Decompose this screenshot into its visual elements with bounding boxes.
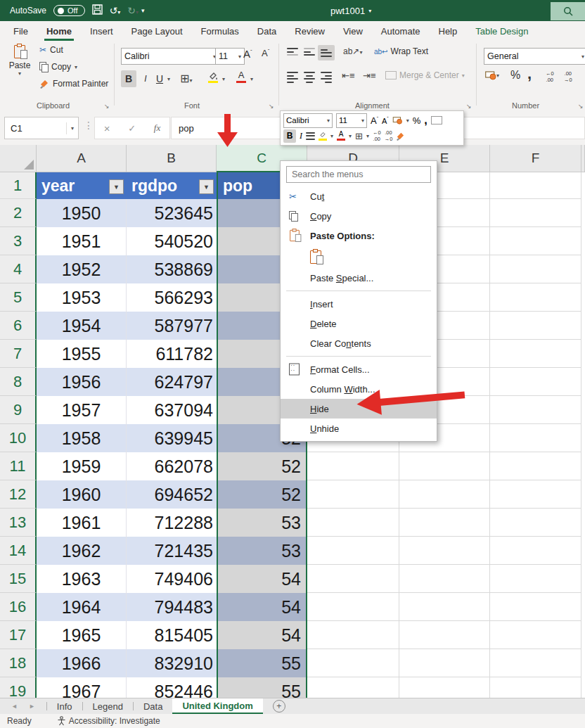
bold-button[interactable]: B xyxy=(121,70,136,87)
cell-empty-e[interactable] xyxy=(399,649,490,677)
cell-empty-f[interactable] xyxy=(490,255,581,283)
mini-shrink-font-button[interactable]: Aˇ xyxy=(382,116,389,125)
cell-rgdpo[interactable]: 749406 xyxy=(127,565,217,593)
cell-rgdpo[interactable]: 712288 xyxy=(127,509,217,537)
mini-merge-center-icon[interactable] xyxy=(431,116,442,124)
cell-year[interactable]: 1958 xyxy=(37,424,127,452)
sheet-tab-info[interactable]: Info xyxy=(47,698,82,714)
font-dialog-launcher-icon[interactable]: ↘ xyxy=(269,103,274,110)
middle-align-icon[interactable] xyxy=(304,48,315,56)
sheet-tab-united-kingdom[interactable]: United Kingdom xyxy=(172,698,262,714)
bottom-align-button[interactable] xyxy=(318,45,335,60)
tab-help[interactable]: Help xyxy=(430,21,467,41)
cell-pop[interactable]: 54 xyxy=(217,565,307,593)
cell-empty-f[interactable] xyxy=(490,227,581,255)
menu-item-hide[interactable]: Hide xyxy=(281,399,437,419)
paste-button[interactable]: Paste ▾ xyxy=(6,44,34,77)
row-number[interactable]: 10 xyxy=(0,424,37,452)
menu-search-box[interactable] xyxy=(286,166,431,183)
cell-rgdpo[interactable]: 815405 xyxy=(127,621,217,649)
cell-pop[interactable]: 54 xyxy=(217,593,307,621)
menu-item-insert[interactable]: Insert xyxy=(281,294,437,314)
tab-formulas[interactable]: Formulas xyxy=(192,21,248,41)
accessibility-status[interactable]: Accessibility: Investigate xyxy=(57,716,160,726)
wrap-text-button[interactable]: ab↩ Wrap Text xyxy=(374,46,428,56)
new-sheet-button[interactable]: + xyxy=(273,698,285,714)
cell-year[interactable]: 1963 xyxy=(37,565,127,593)
row-number[interactable]: 6 xyxy=(0,312,37,340)
row-number[interactable]: 11 xyxy=(0,452,37,480)
cell-rgdpo[interactable]: 523645 xyxy=(127,199,217,227)
cell-empty-f[interactable] xyxy=(490,424,581,452)
cell-rgdpo[interactable]: 662078 xyxy=(127,452,217,480)
column-header-b[interactable]: B xyxy=(127,145,217,172)
paste-option-keep-source[interactable] xyxy=(281,245,437,268)
row-number[interactable]: 15 xyxy=(0,565,37,593)
undo-icon[interactable]: ↺▾ xyxy=(110,6,121,15)
row-number[interactable]: 13 xyxy=(0,509,37,537)
search-button[interactable] xyxy=(551,2,585,20)
cell-year[interactable]: 1964 xyxy=(37,593,127,621)
cell-year[interactable]: 1961 xyxy=(37,509,127,537)
cell-pop[interactable]: 53 xyxy=(217,537,307,565)
cell-rgdpo[interactable]: 538869 xyxy=(127,255,217,283)
menu-item-delete[interactable]: Delete xyxy=(281,314,437,333)
row-number[interactable]: 8 xyxy=(0,368,37,396)
cell-pop[interactable]: 52 xyxy=(217,452,307,480)
row-number[interactable]: 16 xyxy=(0,593,37,621)
mini-align-icon[interactable] xyxy=(306,132,315,140)
cell-empty-e[interactable] xyxy=(399,593,490,621)
column-header-a[interactable]: A xyxy=(37,145,127,172)
cell-empty-e[interactable] xyxy=(399,452,490,480)
quick-access-customize-icon[interactable]: ▾ xyxy=(141,8,145,14)
italic-button[interactable]: I xyxy=(139,70,152,87)
cell-pop[interactable]: 55 xyxy=(217,677,307,698)
cell-empty-f[interactable] xyxy=(490,283,581,312)
row-number[interactable]: 9 xyxy=(0,396,37,424)
cell-empty-e[interactable] xyxy=(399,537,490,565)
mini-increase-decimal-button[interactable]: ←0.00 xyxy=(373,129,381,142)
row-number[interactable]: 19 xyxy=(0,677,37,698)
autosave-toggle[interactable]: Off xyxy=(53,5,84,16)
cell-empty-f[interactable] xyxy=(490,509,581,537)
mini-font-size-select[interactable]: 11▾ xyxy=(336,113,367,128)
menu-item-clear-contents[interactable]: Clear Contents xyxy=(281,333,437,353)
cell-year[interactable]: 1951 xyxy=(37,227,127,255)
enter-icon[interactable]: ✓ xyxy=(128,123,136,134)
cell-rgdpo[interactable]: 721435 xyxy=(127,537,217,565)
cell-year[interactable]: 1954 xyxy=(37,312,127,340)
row-number[interactable]: 3 xyxy=(0,227,37,255)
font-family-select[interactable]: Calibri▾ xyxy=(121,48,219,65)
cell-empty-f[interactable] xyxy=(490,480,581,509)
cell-empty-f[interactable] xyxy=(490,593,581,621)
mini-font-family-select[interactable]: Calibri▾ xyxy=(283,113,333,128)
cell-empty-f[interactable] xyxy=(490,199,581,227)
mini-grow-font-button[interactable]: Aˆ xyxy=(371,115,378,126)
cell-empty-f[interactable] xyxy=(490,565,581,593)
insert-function-icon[interactable]: fx xyxy=(154,122,160,134)
row-number[interactable]: 4 xyxy=(0,255,37,283)
tab-insert[interactable]: Insert xyxy=(81,21,122,41)
grow-font-button[interactable]: Aˆ xyxy=(243,48,252,60)
number-dialog-launcher-icon[interactable]: ↘ xyxy=(578,103,584,110)
mini-comma-button[interactable]: , xyxy=(424,114,427,127)
cell-empty-e[interactable] xyxy=(399,621,490,649)
tab-table-design[interactable]: Table Design xyxy=(466,21,537,41)
row-number[interactable]: 5 xyxy=(0,283,37,312)
alignment-dialog-launcher-icon[interactable]: ↘ xyxy=(466,103,472,110)
cell-year[interactable]: 1960 xyxy=(37,480,127,509)
increase-decimal-button[interactable]: ←0.00 xyxy=(546,70,554,83)
cell-empty-d[interactable] xyxy=(307,452,399,480)
mini-font-color-button[interactable]: A xyxy=(337,131,345,141)
cell-year[interactable]: 1966 xyxy=(37,649,127,677)
menu-item-paste-special[interactable]: Paste Special... xyxy=(281,268,437,288)
name-box[interactable]: C1 ▾ xyxy=(4,117,79,139)
cell-empty-f[interactable] xyxy=(490,452,581,480)
cell-empty-f[interactable] xyxy=(490,396,581,424)
mini-fill-color-button[interactable] xyxy=(319,132,327,141)
percent-style-button[interactable]: % xyxy=(510,69,520,82)
align-center-icon[interactable] xyxy=(304,72,315,83)
cell-empty-d[interactable] xyxy=(307,480,399,509)
orientation-button[interactable]: ab↗▾ xyxy=(343,46,362,56)
underline-button[interactable]: U xyxy=(153,70,166,87)
